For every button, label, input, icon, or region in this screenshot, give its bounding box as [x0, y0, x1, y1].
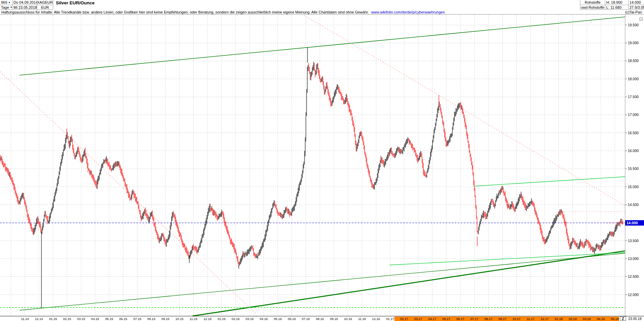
month-label: 08.17 — [484, 317, 492, 321]
trendline-resistance-light — [474, 177, 625, 186]
month-label: 06.15 — [119, 317, 127, 321]
month-label: 04.16 — [260, 317, 268, 321]
chart-window: 969 ▼ Tage ▼ Do 04.09.2014 Mi 23.05.2018… — [0, 0, 644, 321]
month-label: 04.18 — [597, 317, 605, 321]
month-label: 12.15 — [203, 317, 212, 321]
trendline-downtrend-long-dashed — [304, 15, 625, 206]
svg-text:12.000: 12.000 — [628, 293, 639, 297]
current-price-tag: 14.000 — [625, 220, 644, 226]
svg-text:19.000: 19.000 — [628, 41, 639, 45]
svg-text:15.000: 15.000 — [628, 185, 639, 189]
month-label: 11.15 — [190, 317, 197, 321]
month-label: 04.15 — [91, 317, 99, 321]
svg-text:16.500: 16.500 — [628, 131, 639, 135]
price-series — [0, 47, 623, 308]
svg-text:17.500: 17.500 — [628, 95, 639, 99]
month-label: 01.16 — [218, 317, 226, 321]
svg-text:18.500: 18.500 — [628, 59, 639, 63]
svg-text:12.500: 12.500 — [628, 274, 639, 279]
month-label: 01.17 — [386, 317, 394, 321]
svg-text:17.000: 17.000 — [628, 113, 639, 117]
month-label: 10.15 — [175, 317, 184, 321]
month-label: 05.18 — [611, 317, 619, 321]
month-label: 12.17 — [541, 317, 549, 321]
svg-text:18.000: 18.000 — [628, 77, 639, 81]
month-label: 11.14 — [21, 317, 29, 321]
month-label: 02.16 — [232, 317, 240, 321]
month-label: 05.17 — [442, 317, 450, 321]
month-label: 03.17 — [414, 317, 422, 321]
svg-text:13.000: 13.000 — [628, 257, 639, 261]
collapse-icon[interactable]: – — [639, 18, 643, 21]
month-label: 09.15 — [161, 317, 169, 321]
trendline-trend-channel-bottom — [20, 253, 625, 310]
month-label: 04.17 — [428, 317, 436, 321]
y-axis-labels: 19.50019.00018.50018.00017.50017.00016.5… — [625, 23, 639, 297]
svg-text:14.500: 14.500 — [628, 203, 639, 207]
month-label: 07.16 — [302, 317, 310, 321]
trendline-downtrend-steep-dashed — [0, 71, 256, 314]
month-label: 01.18 — [555, 317, 563, 321]
month-label: 07.17 — [471, 317, 479, 321]
svg-text:15.500: 15.500 — [628, 167, 639, 171]
down-bars — [0, 63, 623, 267]
month-label: 03.15 — [77, 317, 85, 321]
month-label: 03.16 — [246, 317, 254, 321]
month-label: 01.15 — [49, 317, 57, 321]
current-price-value: 14.000 — [626, 221, 638, 225]
trendlines — [0, 15, 625, 316]
x-axis-labels: 11.1412.1401.1502.1503.1504.1505.1506.15… — [21, 317, 641, 321]
month-label: 05.16 — [274, 317, 282, 321]
svg-text:19.500: 19.500 — [628, 23, 639, 27]
month-label: 08.16 — [316, 317, 324, 321]
month-label: 06.16 — [288, 317, 296, 321]
month-label: 10.17 — [513, 317, 521, 321]
last-date-label: 23.05.18 — [629, 317, 642, 321]
month-label: 02.15 — [63, 317, 71, 321]
month-label: 02.17 — [400, 317, 408, 321]
trendline-trend-channel-top — [20, 17, 625, 75]
month-label: 10.16 — [344, 317, 352, 321]
month-label: 11.17 — [527, 317, 535, 321]
month-label: 03.18 — [583, 317, 591, 321]
z-label: Z — [622, 317, 624, 321]
month-label: 12.14 — [35, 317, 43, 321]
gridlines — [0, 15, 625, 316]
minus-glyph: – — [640, 18, 642, 21]
month-label: 05.15 — [105, 317, 113, 321]
month-label: 09.16 — [330, 317, 338, 321]
month-label: 06.17 — [456, 317, 464, 321]
month-label: 12.16 — [372, 317, 380, 321]
month-label: 02.18 — [569, 317, 577, 321]
trendline-support-thick — [193, 251, 625, 316]
svg-text:13.500: 13.500 — [628, 239, 639, 243]
axes — [0, 15, 644, 316]
month-label: 09.17 — [498, 317, 507, 321]
month-label: 11.16 — [358, 317, 366, 321]
price-chart: 19.50019.00018.50018.00017.50017.00016.5… — [0, 0, 644, 321]
svg-text:16.000: 16.000 — [628, 149, 639, 153]
up-bars — [1, 62, 621, 265]
month-label: 08.15 — [147, 317, 155, 321]
month-label: 07.15 — [133, 317, 141, 321]
